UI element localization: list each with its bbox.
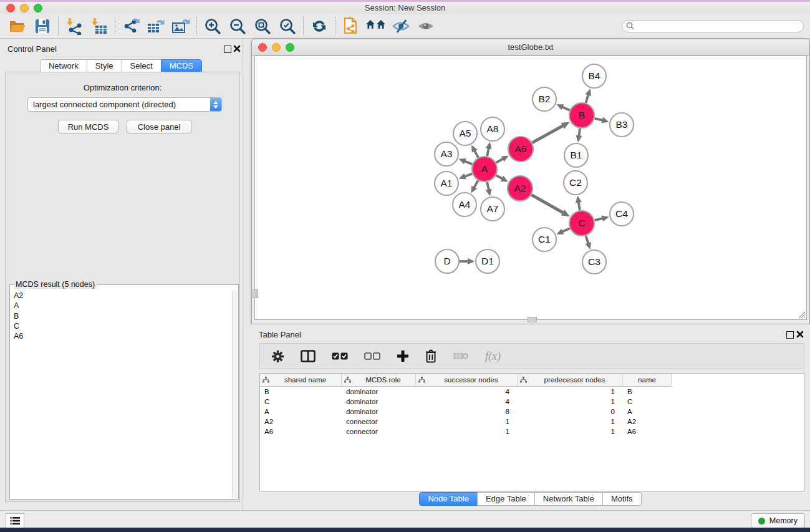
cell[interactable]: A6 <box>623 427 672 437</box>
cell[interactable]: 1 <box>518 417 623 427</box>
export-table-icon[interactable] <box>143 16 168 37</box>
node-C3[interactable]: C3 <box>582 250 606 274</box>
network-window-titlebar[interactable]: testGlobe.txt <box>252 39 809 56</box>
mcds-result-list[interactable]: A2ABCA6 <box>11 291 233 498</box>
table-row[interactable]: Adominator80A <box>260 407 804 417</box>
zoom-in-icon[interactable] <box>200 16 225 37</box>
save-session-icon[interactable] <box>30 16 55 37</box>
tab-network-table[interactable]: Network Table <box>534 492 603 506</box>
node-B1[interactable]: B1 <box>564 143 588 167</box>
cell[interactable]: connector <box>342 417 416 427</box>
cell[interactable]: 1 <box>416 427 518 437</box>
node-C2[interactable]: C2 <box>564 171 587 195</box>
edge-B-B2[interactable] <box>556 104 569 110</box>
edge-C-C3[interactable] <box>585 236 591 249</box>
edge-B-B1[interactable] <box>576 128 582 142</box>
node-A1[interactable]: A1 <box>435 172 458 195</box>
task-history-button[interactable] <box>6 513 24 528</box>
network-canvas-area[interactable]: AA1A2A3A4A5A6A7A8BB1B2B3B4CC1C2C3C4DD1 <box>254 56 807 320</box>
cell[interactable]: A2 <box>260 417 342 427</box>
node-A[interactable]: A <box>472 157 497 181</box>
tab-network[interactable]: Network <box>40 59 87 73</box>
export-network-icon[interactable] <box>118 16 143 37</box>
node-B[interactable]: B <box>569 103 594 128</box>
cell[interactable]: A <box>623 407 672 417</box>
node-B3[interactable]: B3 <box>610 113 634 137</box>
edge-A-A7[interactable] <box>486 182 492 196</box>
column-header-successor-nodes[interactable]: successor nodes <box>416 374 518 387</box>
cell[interactable]: A2 <box>623 417 672 427</box>
edge-A-A8[interactable] <box>486 142 492 157</box>
table-row[interactable]: A6connector11A6 <box>260 427 804 437</box>
table-row[interactable]: Cdominator41C <box>260 397 804 407</box>
table-row[interactable]: Bdominator41B <box>260 387 804 397</box>
add-column-icon[interactable] <box>397 350 409 362</box>
vertical-scrollbar-thumb[interactable] <box>253 289 258 298</box>
node-A5[interactable]: A5 <box>453 122 477 145</box>
edge-C-C1[interactable] <box>556 228 569 235</box>
node-B2[interactable]: B2 <box>533 87 556 111</box>
search-input[interactable] <box>637 21 795 31</box>
edge-A-A6[interactable] <box>496 156 508 163</box>
memory-button[interactable]: Memory <box>751 513 805 528</box>
edge-D-D1[interactable] <box>460 258 475 264</box>
cell[interactable]: connector <box>342 427 416 437</box>
node-A2[interactable]: A2 <box>508 176 533 201</box>
result-item[interactable]: B <box>11 311 233 321</box>
result-item[interactable]: A6 <box>11 331 233 341</box>
result-item[interactable]: A <box>11 301 233 311</box>
edge-A-A4[interactable] <box>471 180 478 193</box>
edge-A-A3[interactable] <box>459 158 473 164</box>
cell[interactable]: C <box>623 397 672 407</box>
result-scrollbar[interactable] <box>232 291 238 498</box>
edge-A-A1[interactable] <box>459 173 473 179</box>
select-all-icon[interactable] <box>332 352 348 360</box>
cell[interactable]: B <box>623 387 672 397</box>
resize-grip[interactable] <box>798 311 806 319</box>
cell[interactable]: 1 <box>518 427 623 437</box>
edge-B-B4[interactable] <box>586 89 592 103</box>
edge-A6-B[interactable] <box>532 122 569 143</box>
function-builder-icon[interactable]: f(x) <box>485 350 501 363</box>
edge-C-C2[interactable] <box>576 196 582 210</box>
cell[interactable]: 0 <box>518 407 623 417</box>
node-A6[interactable]: A6 <box>508 137 533 162</box>
result-item[interactable]: C <box>11 321 233 331</box>
criterion-select[interactable]: largest connected component (directed) <box>27 97 222 112</box>
cell[interactable]: A6 <box>260 427 342 437</box>
tab-mcds[interactable]: MCDS <box>161 59 202 73</box>
close-panel-button[interactable]: Close panel <box>127 120 191 133</box>
node-D[interactable]: D <box>435 249 459 273</box>
cell[interactable]: dominator <box>342 387 416 397</box>
float-panel-icon[interactable] <box>224 46 231 53</box>
deselect-all-icon[interactable] <box>364 352 380 360</box>
cell[interactable]: B <box>260 387 342 397</box>
hide-details-icon[interactable] <box>388 16 413 37</box>
node-C4[interactable]: C4 <box>610 202 634 226</box>
run-mcds-button[interactable]: Run MCDS <box>58 120 118 133</box>
column-view-icon[interactable] <box>301 350 316 362</box>
cell[interactable]: 1 <box>416 417 518 427</box>
tab-style[interactable]: Style <box>87 59 122 73</box>
show-details-icon[interactable] <box>413 16 438 37</box>
tab-edge-table[interactable]: Edge Table <box>477 492 535 506</box>
refresh-icon[interactable] <box>307 16 332 37</box>
column-header-shared-name[interactable]: shared name <box>260 374 342 387</box>
edge-A2-C[interactable] <box>531 195 570 216</box>
node-D1[interactable]: D1 <box>476 249 499 273</box>
column-header-MCDS-role[interactable]: MCDS role <box>342 374 416 387</box>
network-graph[interactable]: AA1A2A3A4A5A6A7A8BB1B2B3B4CC1C2C3C4DD1 <box>255 56 806 319</box>
column-header-name[interactable]: name <box>623 374 672 387</box>
zoom-fit-icon[interactable] <box>250 16 275 37</box>
tab-select[interactable]: Select <box>122 59 162 73</box>
edge-B-B3[interactable] <box>594 117 609 123</box>
delete-table-icon[interactable] <box>453 351 469 361</box>
node-C[interactable]: C <box>569 211 594 236</box>
tab-node-table[interactable]: Node Table <box>419 492 478 506</box>
cell[interactable]: 1 <box>518 387 623 397</box>
zoom-selected-icon[interactable] <box>275 16 300 37</box>
cell[interactable]: 1 <box>518 397 623 407</box>
cell[interactable]: 4 <box>416 397 518 407</box>
cell[interactable]: 4 <box>416 387 518 397</box>
cell[interactable]: A <box>260 407 342 417</box>
